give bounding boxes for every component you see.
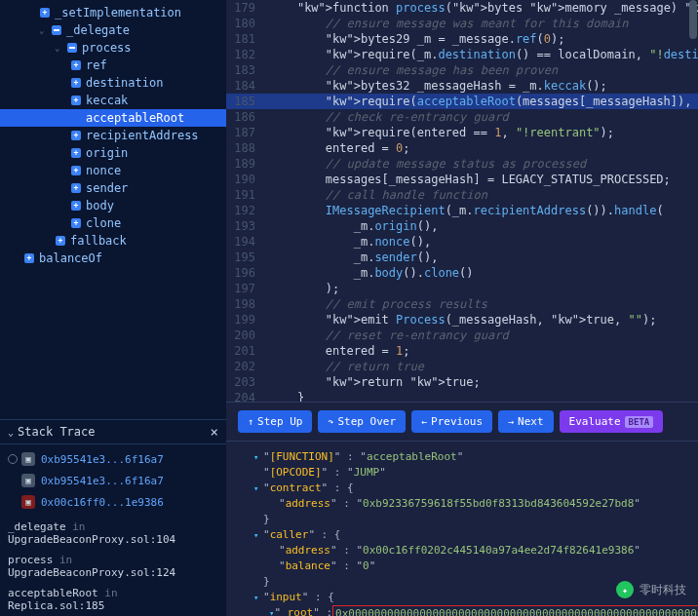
tree-label: sender [86, 181, 128, 195]
tree-item-keccak[interactable]: +keccak [0, 92, 226, 109]
beta-badge: BETA [625, 416, 654, 428]
arrow-up-icon: ↑ [248, 416, 253, 427]
code-line[interactable]: 190 messages[_messageHash] = LEGACY_STAT… [226, 172, 698, 187]
close-icon[interactable]: × [211, 424, 218, 440]
trace-icon: ▣ [21, 452, 35, 466]
tree-item-nonce[interactable]: +nonce [0, 162, 226, 179]
expand-icon[interactable]: + [70, 77, 82, 89]
next-button[interactable]: →Next [498, 410, 554, 433]
code-content: // ensure message was meant for this dom… [265, 16, 628, 31]
scrollbar[interactable] [688, 0, 698, 402]
tree-item-destination[interactable]: +destination [0, 74, 226, 92]
tree-item-_delegate[interactable]: ⌄_delegate [0, 21, 226, 39]
expand-icon[interactable]: + [55, 235, 66, 247]
caret-icon[interactable]: ▾ [253, 481, 263, 496]
code-line[interactable]: 199 "kw">emit Process(_messageHash, "kw"… [226, 312, 698, 327]
step-up-button[interactable]: ↑Step Up [238, 410, 312, 433]
tree-item-process[interactable]: ⌄process [0, 39, 226, 57]
expand-icon[interactable]: + [70, 130, 82, 141]
code-line[interactable]: 187 "kw">require(entered == 1, "!reentra… [226, 125, 698, 140]
expand-icon[interactable]: + [70, 147, 82, 159]
code-line[interactable]: 184 "kw">bytes32 _messageHash = _m.kecca… [226, 78, 698, 94]
line-number: 191 [226, 187, 265, 203]
code-line[interactable]: 192 IMessageRecipient(_m.recipientAddres… [226, 203, 698, 218]
code-line[interactable]: 196 _m.body().clone() [226, 265, 698, 281]
tree-item-ref[interactable]: +ref [0, 57, 226, 74]
code-line[interactable]: 194 _m.nonce(), [226, 234, 698, 250]
tree-item-clone[interactable]: +clone [0, 214, 226, 232]
line-number: 194 [226, 234, 265, 250]
line-number: 200 [226, 327, 265, 343]
code-line[interactable]: 185 "kw">require(acceptableRoot(messages… [226, 94, 698, 109]
code-content: "kw">require(entered == 1, "!reentrant")… [265, 125, 614, 140]
stack-trace-item[interactable]: ▣0xb95541e3...6f16a7 [0, 470, 226, 491]
code-line[interactable]: 193 _m.origin(), [226, 218, 698, 234]
line-number: 204 [226, 390, 265, 402]
stack-location[interactable]: acceptableRoot in Replica.sol:185 [0, 583, 226, 616]
stack-location[interactable]: _delegate in UpgradeBeaconProxy.sol:104 [0, 517, 226, 550]
tree-item-_setImplementation[interactable]: +_setImplementation [0, 4, 226, 21]
tree-item-balanceOf[interactable]: +balanceOf [0, 250, 226, 267]
expand-icon[interactable]: + [70, 182, 82, 194]
line-number: 196 [226, 265, 265, 281]
code-line[interactable]: 180 // ensure message was meant for this… [226, 16, 698, 31]
code-line[interactable]: 191 // call handle function [226, 187, 698, 203]
code-content: // update message status as processed [265, 156, 586, 172]
code-editor[interactable]: 179 "kw">function process("kw">bytes "kw… [226, 0, 698, 402]
expand-icon[interactable]: + [70, 217, 82, 229]
step-over-button[interactable]: ↷Step Over [318, 410, 406, 433]
chevron-down-icon: ⌄ [39, 25, 49, 35]
code-line[interactable]: 182 "kw">require(_m.destination() == loc… [226, 47, 698, 62]
code-content: _m.body().clone() [265, 265, 474, 281]
code-line[interactable]: 183 // ensure message has been proven [226, 62, 698, 78]
code-content: entered = 1; [265, 343, 410, 359]
stack-trace-item[interactable]: ▣0xb95541e3...6f16a7 [0, 448, 226, 470]
tree-label: _setImplementation [55, 6, 181, 19]
expand-icon[interactable]: + [70, 200, 82, 212]
previous-button[interactable]: ←Previous [411, 410, 492, 433]
tree-item-recipientAddress[interactable]: +recipientAddress [0, 127, 226, 144]
code-line[interactable]: 189 // update message status as processe… [226, 156, 698, 172]
evaluate-button[interactable]: Evaluate BETA [560, 410, 664, 433]
expand-icon[interactable]: + [70, 95, 82, 106]
expand-icon[interactable]: + [39, 7, 51, 19]
line-number: 201 [226, 343, 265, 359]
code-line[interactable]: 186 // check re-entrancy guard [226, 109, 698, 125]
code-line[interactable]: 203 "kw">return "kw">true; [226, 374, 698, 390]
code-line[interactable]: 202 // return true [226, 359, 698, 374]
code-line[interactable]: 204 } [226, 390, 698, 402]
stack-location[interactable]: process in UpgradeBeaconProxy.sol:124 [0, 550, 226, 583]
scrollbar-thumb[interactable] [689, 0, 697, 39]
expand-icon[interactable]: + [70, 59, 82, 71]
collapse-icon[interactable] [66, 42, 78, 54]
tree-item-body[interactable]: +body [0, 197, 226, 214]
tree-label: _delegate [66, 23, 130, 37]
collapse-icon[interactable] [51, 24, 62, 36]
tree-item-origin[interactable]: +origin [0, 144, 226, 162]
caret-icon[interactable]: ▾ [253, 449, 263, 465]
line-number: 182 [226, 47, 265, 62]
caret-icon[interactable]: ▾ [253, 527, 263, 543]
code-content: // return true [265, 359, 424, 374]
code-line[interactable]: 198 // emit process results [226, 296, 698, 312]
code-line[interactable]: 181 "kw">bytes29 _m = _message.ref(0); [226, 31, 698, 47]
expand-icon[interactable]: + [23, 252, 35, 264]
code-line[interactable]: 188 entered = 0; [226, 140, 698, 156]
stack-trace-list: ▣0xb95541e3...6f16a7▣0xb95541e3...6f16a7… [0, 444, 226, 517]
code-line[interactable]: 179 "kw">function process("kw">bytes "kw… [226, 0, 698, 16]
debug-output[interactable]: ▾"[FUNCTION]" : "acceptableRoot" "[OPCOD… [226, 441, 698, 616]
stack-trace-header[interactable]: ⌄ Stack Trace × [0, 419, 226, 444]
code-line[interactable]: 200 // reset re-entrancy guard [226, 327, 698, 343]
code-line[interactable]: 201 entered = 1; [226, 343, 698, 359]
line-number: 203 [226, 374, 265, 390]
code-line[interactable]: 195 _m.sender(), [226, 250, 698, 265]
tree-item-fallback[interactable]: +fallback [0, 232, 226, 250]
tree-item-sender[interactable]: +sender [0, 179, 226, 197]
caret-icon[interactable]: ▾ [253, 590, 263, 605]
line-number: 195 [226, 250, 265, 265]
expand-icon[interactable]: + [70, 165, 82, 176]
code-line[interactable]: 197 ); [226, 281, 698, 296]
tree-item-acceptableRoot[interactable]: acceptableRoot [0, 109, 226, 127]
chevron-down-icon: ⌄ [55, 43, 64, 53]
stack-trace-item[interactable]: ▣0x00c16ff0...1e9386 [0, 491, 226, 513]
